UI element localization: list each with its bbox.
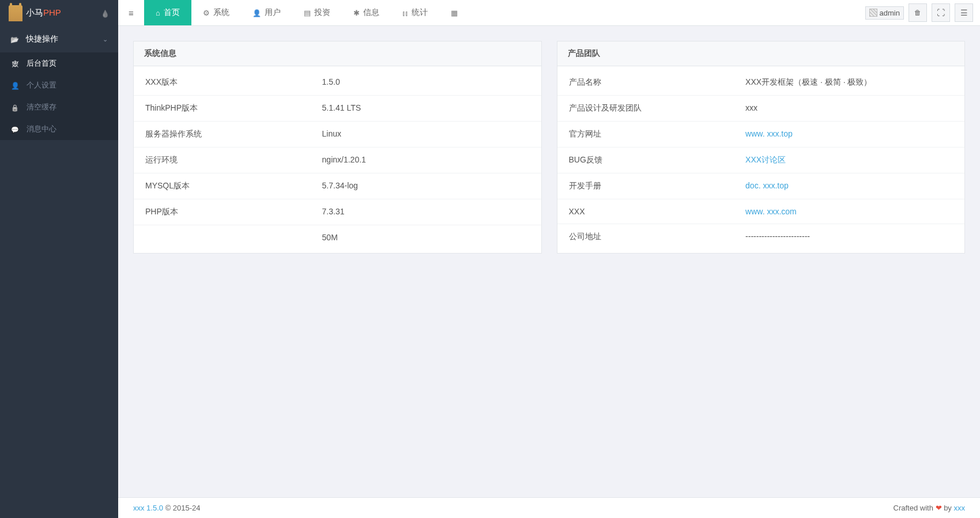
row-value: xxx — [745, 103, 953, 114]
briefcase-icon — [304, 9, 311, 17]
footer: xxx 1.5.0 © 2015-24 Crafted with ❤ by xx… — [118, 497, 980, 518]
table-row: 开发手册doc. xxx.top — [557, 173, 965, 199]
info-icon — [353, 9, 360, 17]
home-icon — [156, 9, 160, 17]
row-value[interactable]: www. xxx.com — [745, 207, 953, 216]
row-value: 5.1.41 LTS — [322, 103, 530, 114]
user-badge-label: admin — [880, 9, 900, 17]
toggle-sidebar-button[interactable] — [118, 0, 144, 25]
nav-item-label: 统计 — [412, 7, 428, 18]
row-value: ------------------------ — [745, 232, 953, 242]
sidebar: 小马PHP 快捷操作 ⌄ 后台首页个人设置清空缓存消息中心 — [0, 0, 118, 518]
logo-icon — [9, 5, 22, 21]
main-area: 首页系统用户投资信息统计 admin 系统信息 XXX版本1.5.0ThinkP… — [118, 0, 980, 518]
grid-icon — [451, 9, 458, 17]
nav-item-投资[interactable]: 投资 — [292, 0, 342, 25]
row-value[interactable]: XXX讨论区 — [745, 155, 953, 165]
row-key: 开发手册 — [569, 181, 746, 191]
lock-icon — [10, 103, 20, 112]
table-row: 产品设计及研发团队xxx — [557, 95, 965, 121]
table-row: 官方网址www. xxx.top — [557, 121, 965, 147]
card-header: 产品团队 — [557, 41, 965, 66]
card-product-team: 产品团队 产品名称XXX开发框架（极速 · 极简 · 极致）产品设计及研发团队x… — [557, 41, 966, 254]
nav-item-label: 用户 — [265, 7, 281, 18]
footer-left: xxx 1.5.0 © 2015-24 — [133, 504, 201, 512]
brand-logo[interactable]: 小马PHP — [9, 5, 61, 21]
table-row: MYSQL版本5.7.34-log — [134, 173, 541, 199]
row-key: PHP版本 — [145, 207, 322, 217]
table-row: 50M — [134, 225, 541, 249]
fullscreen-button[interactable] — [932, 3, 950, 22]
table-row: 公司地址------------------------ — [557, 224, 965, 249]
sidebar-item-label: 后台首页 — [27, 58, 56, 69]
content: 系统信息 XXX版本1.5.0ThinkPHP版本5.1.41 LTS服务器操作… — [118, 26, 980, 497]
sidebar-item-label: 清空缓存 — [27, 102, 56, 112]
nav-item-more[interactable] — [439, 0, 469, 25]
card-header: 系统信息 — [134, 41, 541, 66]
nav-item-信息[interactable]: 信息 — [342, 0, 391, 25]
sidebar-item-2[interactable]: 清空缓存 — [0, 96, 118, 118]
sidebar-item-3[interactable]: 消息中心 — [0, 118, 118, 140]
nav-item-统计[interactable]: 统计 — [391, 0, 439, 25]
nav-item-label: 首页 — [164, 7, 180, 18]
table-row: XXXwww. xxx.com — [557, 199, 965, 224]
heart-icon: ❤ — [936, 504, 942, 512]
folder-open-icon — [10, 35, 19, 44]
sidebar-group-label: 快捷操作 — [26, 34, 58, 44]
logo-bar: 小马PHP — [0, 0, 118, 26]
nav-item-label: 信息 — [363, 7, 379, 18]
row-key: XXX版本 — [145, 77, 322, 88]
topbar-right-tools: admin — [858, 0, 980, 25]
user-icon — [252, 9, 261, 17]
table-row: ThinkPHP版本5.1.41 LTS — [134, 95, 541, 121]
card-system-info: 系统信息 XXX版本1.5.0ThinkPHP版本5.1.41 LTS服务器操作… — [133, 41, 542, 254]
sidebar-group-header[interactable]: 快捷操作 ⌄ — [0, 26, 118, 52]
sidebar-item-label: 消息中心 — [27, 124, 56, 134]
row-value: 1.5.0 — [322, 77, 530, 88]
footer-author-link[interactable]: xxx — [954, 504, 966, 512]
table-row: 产品名称XXX开发框架（极速 · 极简 · 极致） — [557, 70, 965, 95]
row-value: Linux — [322, 129, 530, 139]
row-key: BUG反馈 — [569, 155, 746, 165]
nav-item-label: 系统 — [213, 7, 229, 18]
user-icon — [10, 81, 20, 90]
table-row: 运行环境nginx/1.20.1 — [134, 147, 541, 173]
row-key: XXX — [569, 207, 746, 216]
sidebar-item-1[interactable]: 个人设置 — [0, 74, 118, 96]
gear-icon — [203, 9, 210, 17]
row-value[interactable]: www. xxx.top — [745, 129, 953, 139]
row-value: 7.3.31 — [322, 207, 530, 217]
footer-copyright: © 2015-24 — [163, 504, 201, 512]
row-key: 运行环境 — [145, 155, 322, 165]
footer-right: Crafted with ❤ by xxx — [894, 504, 965, 512]
row-key: 产品设计及研发团队 — [569, 103, 746, 114]
nav-item-首页[interactable]: 首页 — [144, 0, 191, 25]
row-value[interactable]: doc. xxx.top — [745, 181, 953, 191]
row-key: 产品名称 — [569, 77, 746, 88]
nav-item-label: 投资 — [314, 7, 330, 18]
nav-item-系统[interactable]: 系统 — [191, 0, 241, 25]
dash-icon — [10, 59, 20, 68]
row-value: nginx/1.20.1 — [322, 155, 530, 165]
row-value: 5.7.34-log — [322, 181, 530, 191]
row-key: 公司地址 — [569, 232, 746, 242]
user-badge[interactable]: admin — [865, 6, 904, 20]
sidebar-item-0[interactable]: 后台首页 — [0, 52, 118, 74]
clear-cache-button[interactable] — [909, 3, 927, 22]
row-key — [145, 233, 322, 242]
table-row: 服务器操作系统Linux — [134, 121, 541, 147]
footer-version-link[interactable]: xxx 1.5.0 — [133, 504, 163, 512]
droplet-icon[interactable] — [101, 9, 110, 18]
top-nav: 首页系统用户投资信息统计 — [144, 0, 469, 25]
sidebar-group-quick: 快捷操作 ⌄ 后台首页个人设置清空缓存消息中心 — [0, 26, 118, 140]
more-menu-button[interactable] — [955, 3, 973, 22]
table-row: PHP版本7.3.31 — [134, 199, 541, 225]
row-key: 官方网址 — [569, 129, 746, 139]
row-value: 50M — [322, 233, 530, 242]
sidebar-item-label: 个人设置 — [27, 80, 56, 90]
row-key: MYSQL版本 — [145, 181, 322, 191]
row-key: ThinkPHP版本 — [145, 103, 322, 114]
row-key: 服务器操作系统 — [145, 129, 322, 139]
nav-item-用户[interactable]: 用户 — [241, 0, 292, 25]
table-row: XXX版本1.5.0 — [134, 70, 541, 95]
